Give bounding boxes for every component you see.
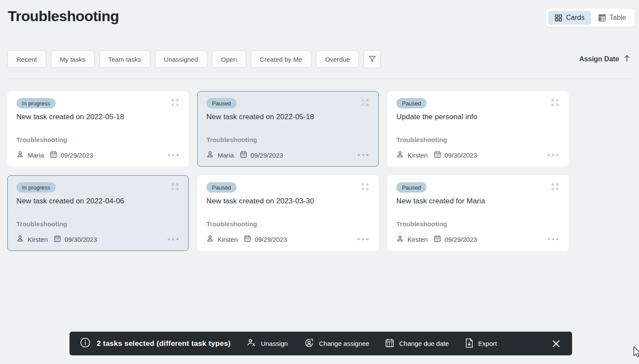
calendar-icon bbox=[434, 235, 441, 244]
filter-chip-recent[interactable]: Recent bbox=[7, 51, 46, 68]
calendar-icon bbox=[54, 235, 61, 244]
task-due-date: 09/29/2023 bbox=[61, 152, 93, 159]
expand-icon bbox=[171, 185, 179, 192]
filter-row: Recent My tasks Team tasks Unassigned Op… bbox=[7, 50, 630, 68]
toggle-table-view[interactable]: Table bbox=[592, 11, 633, 25]
task-assignee: Maria bbox=[218, 152, 234, 159]
task-category: Troubleshooting bbox=[16, 220, 180, 228]
filter-button[interactable] bbox=[364, 50, 381, 68]
funnel-icon bbox=[368, 54, 376, 64]
task-title: New task created on 2022-05-18 bbox=[16, 113, 180, 121]
change-assignee-icon bbox=[304, 338, 314, 349]
task-title: New task created on 2022-04-06 bbox=[16, 197, 180, 206]
expand-card-button[interactable] bbox=[361, 98, 370, 107]
task-title: New task created on 2023-03-30 bbox=[206, 197, 370, 206]
filter-chip-team-tasks[interactable]: Team tasks bbox=[99, 51, 150, 68]
toggle-cards-label: Cards bbox=[566, 14, 585, 22]
card-menu-button[interactable] bbox=[547, 153, 560, 157]
task-assignee: Kirsten bbox=[408, 152, 428, 159]
task-due-date: 09/29/2023 bbox=[255, 236, 287, 243]
task-card[interactable]: In progress New task created on 2022-05-… bbox=[7, 91, 189, 167]
action-export[interactable]: Export bbox=[465, 338, 497, 349]
arrow-up-icon bbox=[623, 54, 630, 64]
toggle-cards-view[interactable]: Cards bbox=[548, 11, 591, 25]
sort-control[interactable]: Assign Date bbox=[579, 54, 630, 64]
task-category: Troubleshooting bbox=[16, 136, 180, 143]
task-card[interactable]: Paused New task created for Maria Troubl… bbox=[387, 175, 569, 251]
status-badge: In progress bbox=[16, 98, 56, 108]
mouse-cursor bbox=[633, 346, 639, 361]
task-title: Update the personal info bbox=[396, 113, 560, 121]
ellipsis-icon bbox=[547, 235, 559, 242]
calendar-icon bbox=[244, 235, 251, 244]
person-icon bbox=[16, 151, 24, 159]
calendar-icon bbox=[240, 151, 247, 159]
toggle-table-label: Table bbox=[610, 14, 626, 22]
person-icon bbox=[206, 151, 214, 159]
filter-chip-my-tasks[interactable]: My tasks bbox=[51, 51, 95, 68]
card-menu-button[interactable] bbox=[357, 153, 370, 157]
task-assignee: Kirsten bbox=[218, 236, 238, 243]
task-category: Troubleshooting bbox=[396, 136, 560, 143]
calendar-icon bbox=[50, 151, 57, 159]
table-icon bbox=[598, 14, 606, 22]
expand-icon bbox=[361, 101, 369, 108]
unassign-icon bbox=[247, 338, 256, 349]
card-menu-button[interactable] bbox=[167, 237, 180, 241]
card-menu-button[interactable] bbox=[357, 237, 370, 241]
filter-chip-overdue[interactable]: Overdue bbox=[316, 51, 359, 68]
task-category: Troubleshooting bbox=[206, 220, 370, 228]
expand-icon bbox=[551, 185, 559, 192]
status-badge: Paused bbox=[396, 98, 427, 108]
action-change-due-date[interactable]: Change due date bbox=[385, 338, 449, 349]
person-icon bbox=[396, 151, 404, 159]
person-icon bbox=[206, 235, 214, 244]
expand-card-button[interactable] bbox=[171, 98, 180, 107]
task-assignee: Maria bbox=[28, 152, 44, 159]
action-label: Unassign bbox=[261, 340, 288, 347]
filter-chip-open[interactable]: Open bbox=[212, 51, 246, 68]
task-due-date: 09/29/2023 bbox=[251, 152, 283, 159]
task-card[interactable]: Paused Update the personal info Troubles… bbox=[387, 91, 569, 167]
info-icon bbox=[80, 337, 91, 350]
status-badge: Paused bbox=[206, 182, 237, 193]
status-badge: In progress bbox=[16, 182, 56, 193]
expand-card-button[interactable] bbox=[550, 98, 560, 107]
person-icon bbox=[16, 235, 24, 244]
status-badge: Paused bbox=[396, 182, 427, 193]
card-menu-button[interactable] bbox=[547, 237, 560, 241]
divider bbox=[7, 79, 632, 79]
calendar-icon bbox=[434, 151, 441, 159]
expand-card-button[interactable] bbox=[171, 182, 180, 191]
card-menu-button[interactable] bbox=[167, 153, 180, 157]
close-icon bbox=[552, 342, 560, 349]
task-due-date: 09/30/2023 bbox=[445, 152, 477, 159]
person-icon bbox=[396, 235, 404, 244]
task-category: Troubleshooting bbox=[396, 220, 560, 228]
task-category: Troubleshooting bbox=[206, 136, 370, 143]
task-card[interactable]: Paused New task created on 2022-05-18 Tr… bbox=[197, 91, 379, 167]
task-card-grid: In progress New task created on 2022-05-… bbox=[7, 91, 569, 251]
task-due-date: 09/30/2023 bbox=[65, 236, 97, 243]
task-card[interactable]: In progress New task created on 2022-04-… bbox=[7, 175, 189, 251]
export-icon bbox=[465, 338, 474, 349]
expand-icon bbox=[171, 101, 179, 108]
action-label: Change assignee bbox=[319, 340, 370, 347]
calendar-icon bbox=[385, 338, 394, 349]
status-badge: Paused bbox=[206, 98, 237, 108]
filter-chip-unassigned[interactable]: Unassigned bbox=[155, 51, 207, 68]
action-unassign[interactable]: Unassign bbox=[247, 338, 288, 349]
cards-grid-icon bbox=[555, 14, 562, 22]
expand-card-button[interactable] bbox=[550, 182, 560, 191]
action-change-assignee[interactable]: Change assignee bbox=[304, 338, 370, 349]
task-card[interactable]: Paused New task created on 2023-03-30 Tr… bbox=[197, 175, 379, 251]
action-label: Export bbox=[478, 340, 497, 347]
close-selection-button[interactable] bbox=[550, 338, 562, 349]
expand-card-button[interactable] bbox=[361, 182, 370, 191]
selection-message: 2 tasks selected (different task types) bbox=[97, 339, 231, 348]
ellipsis-icon bbox=[168, 151, 179, 158]
ellipsis-icon bbox=[168, 235, 179, 242]
filter-chip-created-by-me[interactable]: Created by Me bbox=[251, 51, 311, 68]
page-title: Troubleshooting bbox=[8, 8, 119, 25]
view-toggle: Cards Table bbox=[546, 9, 635, 27]
